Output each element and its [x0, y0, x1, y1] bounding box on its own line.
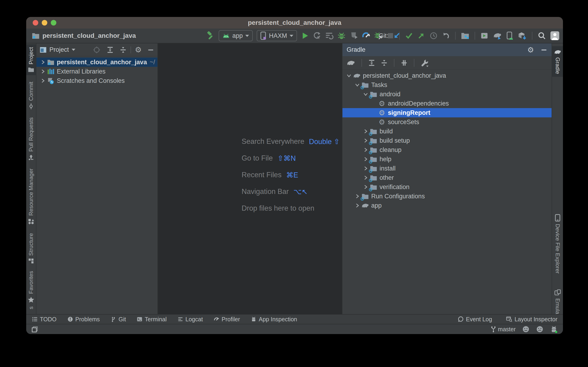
- terminal-icon: [137, 316, 143, 322]
- gradle-tree-row[interactable]: ⚙ verification: [343, 182, 552, 192]
- avd-manager-icon[interactable]: [506, 32, 513, 40]
- sad-feedback-icon[interactable]: [536, 325, 543, 333]
- branch-name: master: [498, 326, 516, 333]
- tab-event-log[interactable]: Event Log: [457, 316, 492, 323]
- minimize-button[interactable]: [42, 20, 47, 25]
- hide-panel-icon[interactable]: [147, 46, 154, 53]
- gradle-sync-icon[interactable]: [493, 32, 502, 40]
- chevron-right-icon[interactable]: [39, 78, 47, 84]
- apply-code-changes-icon[interactable]: [325, 32, 333, 40]
- stripe-tab-project[interactable]: Project: [26, 44, 36, 75]
- apply-changes-restart-icon[interactable]: A: [313, 32, 321, 40]
- run-anything-icon[interactable]: [480, 32, 488, 40]
- gradle-panel-title[interactable]: Gradle: [347, 46, 365, 53]
- git-update-icon[interactable]: [393, 32, 401, 40]
- android-status-icon[interactable]: [550, 325, 558, 333]
- gradle-tree-row[interactable]: ⚙ sourceSets: [343, 117, 552, 127]
- project-structure-icon[interactable]: [461, 32, 469, 39]
- hide-panel-icon[interactable]: [540, 46, 547, 53]
- chevron-down-icon[interactable]: [72, 49, 75, 51]
- run-toolbar: app HAXM A: [206, 30, 401, 41]
- undo-icon[interactable]: [442, 32, 450, 40]
- tool-window-bar: TODO Problems Git Terminal Logcat Profil…: [26, 314, 563, 324]
- task-group-folder-icon: ⚙: [369, 137, 378, 144]
- stripe-tab-gradle[interactable]: Gradle: [552, 46, 563, 77]
- chevron-down-icon[interactable]: [345, 73, 353, 79]
- gear-icon[interactable]: ⚙: [135, 46, 142, 54]
- tab-layout-inspector[interactable]: Layout Inspector: [506, 316, 557, 323]
- profile-avatar[interactable]: [550, 31, 559, 40]
- star-icon: [28, 296, 34, 303]
- tab-logcat[interactable]: Logcat: [177, 316, 203, 323]
- resource-manager-icon: [28, 218, 34, 225]
- gradle-tree-row[interactable]: ⚙ android: [343, 90, 552, 99]
- gradle-tree-row[interactable]: ⚙ Run Configurations: [343, 192, 552, 201]
- profiler-button[interactable]: [362, 32, 370, 40]
- stripe-tab-commit[interactable]: Commit: [26, 79, 36, 113]
- desktop: persistent_cloud_anchor_java persistent_…: [0, 0, 588, 367]
- zoom-button[interactable]: [51, 20, 56, 25]
- toggle-tool-windows-icon[interactable]: [31, 326, 38, 333]
- stripe-tab-favorites[interactable]: Favorites: [26, 268, 36, 306]
- project-panel-title[interactable]: Project: [49, 46, 69, 53]
- tab-terminal[interactable]: Terminal: [137, 316, 166, 323]
- gradle-refresh-icon[interactable]: [346, 59, 355, 67]
- gear-icon[interactable]: ⚙: [527, 46, 534, 54]
- header-separator: [131, 46, 131, 53]
- collapse-all-icon[interactable]: [381, 59, 388, 67]
- sdk-manager-icon[interactable]: [518, 32, 527, 40]
- tab-app-inspection[interactable]: App Inspection: [251, 316, 297, 323]
- offline-mode-icon[interactable]: [400, 59, 408, 67]
- stripe-tab-emulator[interactable]: Emulator: [552, 286, 563, 314]
- event-log-bubble-icon: [457, 316, 464, 322]
- run-with-coverage-icon[interactable]: [350, 32, 358, 40]
- chevron-right-icon[interactable]: [39, 68, 47, 75]
- gradle-tree-row[interactable]: persistent_cloud_anchor_java: [343, 71, 552, 80]
- gradle-tree-row[interactable]: ⚙ install: [343, 164, 552, 173]
- stripe-tab-pull-requests[interactable]: Pull Requests: [26, 115, 36, 163]
- git-push-icon[interactable]: [417, 32, 425, 40]
- gradle-tree-row[interactable]: ⚙ other: [343, 173, 552, 182]
- tab-todo[interactable]: TODO: [32, 316, 57, 323]
- stripe-tab-resource-manager[interactable]: Resource Manager: [26, 166, 36, 227]
- gradle-tree-row[interactable]: ⚙ help: [343, 155, 552, 164]
- search-everywhere-icon[interactable]: [538, 32, 546, 40]
- tab-profiler[interactable]: Profiler: [213, 316, 240, 323]
- tree-row-external-libraries[interactable]: External Libraries: [36, 67, 157, 76]
- git-commit-check-icon[interactable]: [405, 32, 413, 40]
- gradle-tree-row[interactable]: ⚙ androidDependencies: [343, 99, 552, 108]
- tree-row-project-root[interactable]: persistent_cloud_anchor_java ~/: [36, 58, 157, 67]
- device-select[interactable]: HAXM: [257, 30, 297, 41]
- gradle-settings-wrench-icon[interactable]: [420, 59, 429, 67]
- tree-row-scratches[interactable]: Scratches and Consoles: [36, 76, 157, 85]
- gradle-tree-row[interactable]: ⚙ Tasks: [343, 80, 552, 90]
- tab-git[interactable]: Git: [110, 316, 126, 323]
- gradle-tree-row[interactable]: ⚙ build: [343, 127, 552, 136]
- libraries-icon: [47, 67, 55, 75]
- close-button[interactable]: [33, 20, 38, 25]
- titlebar: persistent_cloud_anchor_java: [26, 17, 563, 29]
- editor-area[interactable]: Search Everywhere Double ⇧ Go to File ⇧⌘…: [158, 43, 342, 314]
- build-hammer-icon[interactable]: [206, 31, 215, 40]
- chevron-right-icon[interactable]: [39, 59, 47, 65]
- gradle-tree-row-selected[interactable]: ⚙ signingReport: [343, 108, 552, 117]
- project-breadcrumb[interactable]: persistent_cloud_anchor_java: [26, 32, 136, 39]
- chevron-right-icon[interactable]: [354, 202, 361, 209]
- expand-all-icon[interactable]: [106, 46, 114, 54]
- stripe-tab-device-file-explorer[interactable]: Device File Explorer: [552, 211, 563, 276]
- stripe-tab-structure[interactable]: Structure: [26, 230, 36, 267]
- happy-feedback-icon[interactable]: [522, 325, 530, 333]
- run-config-select[interactable]: app: [219, 30, 253, 41]
- run-button[interactable]: [301, 32, 309, 40]
- gradle-tree-row[interactable]: ⚙ cleanup: [343, 145, 552, 155]
- debug-button[interactable]: [337, 32, 346, 40]
- window-title: persistent_cloud_anchor_java: [248, 19, 341, 26]
- tab-problems[interactable]: Problems: [67, 316, 100, 323]
- gradle-tree-row[interactable]: app: [343, 201, 552, 210]
- stripe-tab-truncated[interactable]: s: [26, 306, 36, 310]
- git-branch-widget[interactable]: master: [491, 326, 516, 333]
- collapse-all-icon[interactable]: [119, 46, 127, 54]
- expand-all-icon[interactable]: [368, 59, 375, 67]
- gradle-tree-row[interactable]: ⚙ build setup: [343, 136, 552, 145]
- folder-icon: [28, 67, 34, 72]
